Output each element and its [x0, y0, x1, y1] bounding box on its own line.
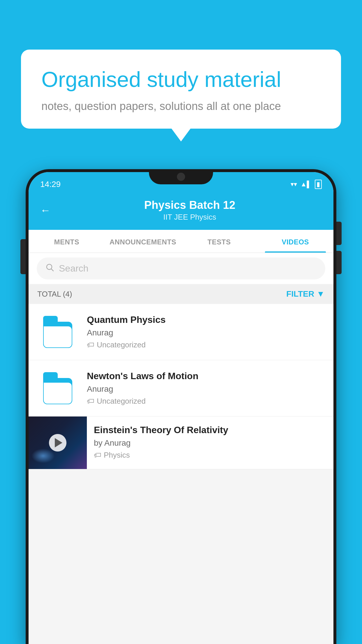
- tab-announcements[interactable]: ANNOUNCEMENTS: [105, 230, 181, 253]
- app-header: ← Physics Batch 12 IIT JEE Physics: [29, 193, 333, 230]
- play-icon[interactable]: [49, 434, 66, 452]
- tab-videos[interactable]: VIDEOS: [257, 230, 334, 253]
- video-title: Newton's Laws of Motion: [87, 371, 325, 382]
- phone-frame: 14:29 ▾▾ ▲▌ ▮ ← Physics Batch 12 IIT JEE…: [26, 169, 336, 644]
- video-info: Einstein's Theory Of Relativity by Anura…: [87, 416, 333, 468]
- video-tag: 🏷 Uncategorized: [87, 340, 325, 349]
- list-item[interactable]: Newton's Laws of Motion Anurag 🏷 Uncateg…: [29, 360, 333, 416]
- total-count: TOTAL (4): [37, 290, 72, 299]
- tag-icon: 🏷: [94, 451, 101, 460]
- svg-line-1: [51, 269, 53, 271]
- folder-thumbnail: [37, 316, 78, 348]
- tag-icon: 🏷: [87, 340, 94, 349]
- back-button[interactable]: ←: [40, 204, 51, 216]
- video-author: by Anurag: [94, 438, 326, 448]
- speech-bubble: Organised study material notes, question…: [21, 50, 341, 129]
- video-author: Anurag: [87, 328, 325, 337]
- tab-bar: MENTS ANNOUNCEMENTS TESTS VIDEOS: [29, 230, 333, 253]
- phone-notch: [149, 169, 213, 184]
- list-item[interactable]: Einstein's Theory Of Relativity by Anura…: [29, 416, 333, 469]
- filter-bar: TOTAL (4) FILTER ▼: [29, 284, 333, 304]
- header-center: Physics Batch 12 IIT JEE Physics: [58, 199, 322, 222]
- power-button[interactable]: [20, 239, 26, 274]
- phone-camera: [177, 173, 185, 181]
- folder-thumbnail: [37, 372, 78, 404]
- video-title: Quantum Physics: [87, 314, 325, 325]
- bubble-title: Organised study material: [41, 67, 321, 92]
- search-bar[interactable]: Search: [37, 258, 325, 279]
- search-icon: [45, 263, 54, 274]
- video-author: Anurag: [87, 384, 325, 394]
- video-list: Quantum Physics Anurag 🏷 Uncategorized: [29, 304, 333, 469]
- search-placeholder: Search: [59, 263, 88, 274]
- filter-button[interactable]: FILTER ▼: [286, 289, 325, 299]
- tab-tests[interactable]: TESTS: [181, 230, 257, 253]
- status-icons: ▾▾ ▲▌ ▮: [291, 180, 322, 189]
- tab-ments[interactable]: MENTS: [29, 230, 105, 253]
- video-info: Newton's Laws of Motion Anurag 🏷 Uncateg…: [87, 371, 325, 406]
- header-subtitle: IIT JEE Physics: [58, 213, 322, 222]
- tag-icon: 🏷: [87, 397, 94, 406]
- phone-screen: 14:29 ▾▾ ▲▌ ▮ ← Physics Batch 12 IIT JEE…: [29, 172, 333, 644]
- bubble-subtitle: notes, question papers, solutions all at…: [41, 100, 321, 113]
- video-tag: 🏷 Physics: [94, 451, 326, 460]
- search-container: Search: [29, 253, 333, 284]
- volume-down-button[interactable]: [336, 251, 342, 274]
- video-info: Quantum Physics Anurag 🏷 Uncategorized: [87, 314, 325, 349]
- status-time: 14:29: [40, 180, 61, 189]
- wifi-icon: ▾▾: [291, 181, 297, 188]
- list-item[interactable]: Quantum Physics Anurag 🏷 Uncategorized: [29, 304, 333, 360]
- video-title: Einstein's Theory Of Relativity: [94, 425, 326, 435]
- battery-icon: ▮: [315, 180, 322, 189]
- video-tag: 🏷 Uncategorized: [87, 397, 325, 406]
- header-title: Physics Batch 12: [58, 199, 322, 211]
- video-thumbnail: [29, 416, 87, 469]
- volume-up-button[interactable]: [336, 222, 342, 245]
- signal-icon: ▲▌: [301, 181, 311, 188]
